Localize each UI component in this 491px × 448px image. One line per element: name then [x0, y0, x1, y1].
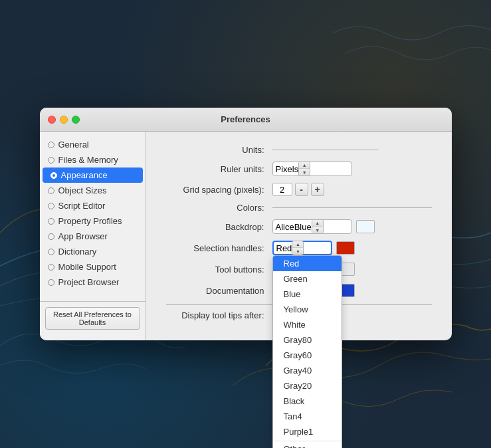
sidebar-label-property-profiles: Property Profiles [58, 216, 122, 226]
units-line [272, 150, 379, 150]
preferences-window: Preferences General Files & Memory [40, 108, 452, 340]
dropdown-option-red[interactable]: Red [273, 256, 342, 271]
backdrop-select-value: AliceBlue [276, 222, 312, 232]
grid-plus-btn[interactable]: + [311, 183, 324, 196]
units-value [272, 150, 379, 150]
selection-handles-swatch[interactable] [336, 241, 355, 255]
sidebar-label-script-editor: Script Editor [58, 201, 106, 211]
sidebar-label-project-browser: Project Browser [58, 277, 120, 287]
grid-minus-btn[interactable]: - [295, 183, 308, 196]
sidebar-item-script-editor[interactable]: Script Editor [40, 198, 146, 213]
units-label: Units: [166, 145, 272, 155]
radio-project-browser [48, 279, 54, 286]
sidebar-item-files-memory[interactable]: Files & Memory [40, 152, 146, 168]
sidebar-label-object-sizes: Object Sizes [58, 185, 107, 195]
selection-handles-select[interactable]: Red ▲ ▼ [272, 241, 332, 255]
ruler-units-spinner[interactable]: ▲ ▼ [298, 162, 310, 176]
dropdown-option-yellow[interactable]: Yellow [273, 302, 342, 317]
colors-label: Colors: [166, 203, 272, 213]
backdrop-spinner[interactable]: ▲ ▼ [312, 219, 324, 234]
ruler-units-row: Ruler units: Pixels ▲ ▼ [166, 162, 432, 176]
radio-app-browser [48, 233, 54, 240]
grid-value: 2 [272, 183, 292, 196]
dropdown-option-black[interactable]: Black [273, 393, 342, 409]
radio-general [48, 142, 54, 148]
dropdown-option-gray20[interactable]: Gray20 [273, 378, 342, 393]
sidebar-item-project-browser[interactable]: Project Browser [40, 275, 146, 290]
dropdown-option-tan4[interactable]: Tan4 [273, 409, 342, 424]
backdrop-spinner-down[interactable]: ▼ [312, 227, 323, 233]
sidebar-label-app-browser: App Browser [58, 231, 108, 241]
sidebar-label-general: General [58, 140, 89, 150]
window-title: Preferences [221, 114, 270, 124]
backdrop-value: AliceBlue ▲ ▼ [272, 219, 375, 234]
main-content: Units: Ruler units: Pixels ▲ ▼ [146, 132, 452, 340]
ruler-units-value: Pixels ▲ ▼ [272, 162, 352, 176]
grid-spacing-label: Grid spacing (pixels): [166, 185, 272, 195]
window-body: General Files & Memory Appearance [40, 132, 452, 340]
traffic-lights [48, 116, 80, 124]
selection-handles-select-value: Red [276, 243, 292, 253]
radio-object-sizes [48, 187, 54, 194]
selection-spinner-up[interactable]: ▲ [292, 241, 303, 248]
dropdown-option-white[interactable]: White [273, 317, 342, 332]
backdrop-select[interactable]: AliceBlue ▲ ▼ [272, 219, 352, 234]
dropdown-option-purple1[interactable]: Purple1 [273, 424, 342, 439]
radio-property-profiles [48, 218, 54, 225]
titlebar: Preferences [40, 108, 452, 132]
sidebar-label-mobile-support: Mobile Support [58, 262, 116, 272]
units-row: Units: [166, 145, 432, 155]
maximize-button[interactable] [72, 116, 80, 124]
sidebar-items-list: General Files & Memory Appearance [40, 137, 146, 301]
ruler-units-label: Ruler units: [166, 164, 272, 174]
color-dropdown: Red Green Blue Yellow White Gray80 Gray6… [272, 255, 342, 448]
sidebar-item-general[interactable]: General [40, 137, 146, 152]
dropdown-option-gray60[interactable]: Gray60 [273, 348, 342, 363]
documentation-label: Documentation [166, 286, 272, 296]
close-button[interactable] [48, 116, 56, 124]
dropdown-option-green[interactable]: Green [273, 271, 342, 286]
backdrop-row: Backdrop: AliceBlue ▲ ▼ [166, 219, 432, 234]
reset-button[interactable]: Reset All Preferences to Defaults [45, 307, 140, 330]
backdrop-label: Backdrop: [166, 222, 272, 232]
sidebar-label-dictionary: Dictionary [58, 247, 97, 257]
sidebar: General Files & Memory Appearance [40, 132, 146, 340]
radio-mobile-support [48, 264, 54, 271]
tool-buttons-label: Tool buttons: [166, 265, 272, 275]
sidebar-item-dictionary[interactable]: Dictionary [40, 244, 146, 259]
ruler-units-select-value: Pixels [276, 164, 299, 174]
selection-spinner-down[interactable]: ▼ [292, 248, 303, 255]
backdrop-swatch[interactable] [356, 220, 375, 233]
selection-handles-value: Red ▲ ▼ [272, 241, 355, 255]
colors-section-row: Colors: [166, 203, 432, 213]
radio-script-editor [48, 203, 54, 209]
backdrop-spinner-up[interactable]: ▲ [312, 220, 323, 227]
minimize-button[interactable] [60, 116, 68, 124]
selection-handles-label: Selection handles: [166, 243, 272, 253]
grid-spacing-row: Grid spacing (pixels): 2 - + [166, 183, 432, 196]
spinner-down[interactable]: ▼ [299, 169, 310, 175]
grid-stepper: 2 - + [272, 183, 324, 196]
selection-handles-row: Selection handles: Red ▲ ▼ Red Green [166, 241, 432, 255]
sidebar-label-files: Files & Memory [58, 155, 118, 165]
dropdown-option-blue[interactable]: Blue [273, 286, 342, 302]
selection-handles-spinner[interactable]: ▲ ▼ [292, 241, 304, 255]
radio-dictionary [48, 249, 54, 255]
colors-divider [272, 207, 432, 208]
sidebar-item-app-browser[interactable]: App Browser [40, 229, 146, 244]
sidebar-item-mobile-support[interactable]: Mobile Support [40, 259, 146, 275]
dropdown-option-gray80[interactable]: Gray80 [273, 332, 342, 348]
sidebar-footer: Reset All Preferences to Defaults [40, 301, 146, 335]
grid-spacing-value: 2 - + [272, 183, 324, 196]
sidebar-item-object-sizes[interactable]: Object Sizes [40, 183, 146, 198]
display-tips-label: Display tool tips after: [166, 310, 272, 320]
radio-files [48, 157, 54, 164]
spinner-up[interactable]: ▲ [299, 162, 310, 169]
dropdown-option-other[interactable]: Other... [273, 441, 342, 448]
radio-appearance [50, 172, 57, 179]
ruler-units-select[interactable]: Pixels ▲ ▼ [272, 162, 352, 176]
sidebar-item-property-profiles[interactable]: Property Profiles [40, 213, 146, 229]
dropdown-option-gray40[interactable]: Gray40 [273, 363, 342, 378]
sidebar-item-appearance[interactable]: Appearance [43, 168, 143, 183]
sidebar-label-appearance: Appearance [61, 170, 108, 180]
